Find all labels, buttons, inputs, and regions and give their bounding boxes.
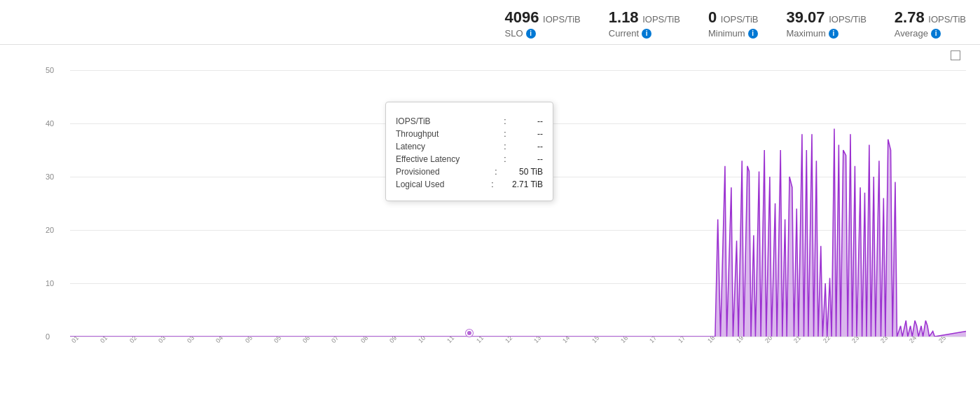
y-axis-tick-label: 30 [46,172,54,181]
x-axis-label: 10 Sep 06:00 [417,337,448,344]
stat-value-average: 2.78 IOPS/TiB [895,8,966,27]
stat-value-current: 1.18 IOPS/TiB [609,8,680,27]
info-icon-maximum[interactable]: i [829,29,838,39]
tooltip-value: -- [537,154,543,164]
x-axis-label: 05 Sep 03:00 [244,337,275,344]
y-axis-tick-label: 40 [46,119,54,128]
stat-label-average: Average i [895,28,941,39]
x-axis-label: 06 Sep 20:00 [301,337,333,344]
info-icon-current[interactable]: i [642,29,651,39]
tooltip-key: Logical Used [396,179,473,189]
tooltip-rows: IOPS/TiB: --Throughput: --Latency: --Eff… [396,116,543,189]
x-axis-label: 07 Sep 16:30 [330,337,361,344]
x-axis-label: 03 Sep 10:00 [186,337,217,344]
info-icon-minimum[interactable]: i [748,29,758,39]
x-axis-label: 04 Sep 06:30 [214,337,246,344]
x-axis-label: 12 Sep 19:30 [504,337,535,344]
tooltip-value: -- [537,116,543,126]
x-axis-label: 03 Sep 13:30 [157,337,188,344]
stat-unit-slo: IOPS/TiB [540,14,580,25]
x-axis-label: 05 Sep 23:30 [272,337,304,344]
stat-value-slo: 4096 IOPS/TiB [505,8,581,27]
x-axis-label: 21 Sep 08:25 [792,337,824,344]
tooltip: IOPS/TiB: --Throughput: --Latency: --Eff… [385,102,553,201]
x-axis-label: 23 Sep 01:25 [850,337,882,344]
header-left [14,8,154,10]
tooltip-row: Effective Latency: -- [396,154,543,164]
tooltip-key: IOPS/TiB [396,116,473,126]
stat-unit-current: IOPS/TiB [640,14,680,25]
x-axis-label: 01 Sep 00:00 [70,337,102,344]
tooltip-dot [466,330,473,337]
slo-reference-checkbox[interactable] [951,50,960,60]
tooltip-key: Throughput [396,129,473,139]
stat-value-minimum: 0 IOPS/TiB [708,8,759,27]
stat-label-maximum: Maximum i [786,28,838,39]
tooltip-key: Latency [396,142,473,151]
x-axis-label: 17 Sep 02:00 [648,337,679,344]
x-axis-label: 11 Sep 02:30 [446,337,477,344]
tooltip-value: -- [537,142,543,151]
stat-unit-maximum: IOPS/TiB [827,14,867,25]
tooltip-key: Effective Latency [396,154,473,164]
x-axis-label: 14 Sep 12:30 [561,337,593,344]
tooltip-row: IOPS/TiB: -- [396,116,543,126]
x-axis-label: 16 Sep 05:30 [619,337,651,344]
tooltip-row: Provisioned: 50 TiB [396,167,543,177]
y-axis-tick-label: 20 [46,226,54,234]
x-axis: 01 Sep 00:0001 Sep 20:3002 Sep 17:0003 S… [70,337,966,365]
tooltip-row: Latency: -- [396,142,543,151]
x-axis-label: 22 Sep 04:55 [822,337,853,344]
stat-average: 2.78 IOPS/TiBAverage i [895,8,966,39]
stat-unit-minimum: IOPS/TiB [718,14,758,25]
x-axis-label: 18 Sep 19:00 [706,337,738,344]
stat-minimum: 0 IOPS/TiBMinimum i [708,8,759,39]
stat-label-minimum: Minimum i [708,28,758,39]
tooltip-value: -- [537,129,543,139]
tooltip-key: Provisioned [396,167,473,177]
chart-controls [0,45,980,63]
stat-slo: 4096 IOPS/TiBSLO i [505,8,581,39]
tooltip-separator: : [504,129,506,139]
tooltip-separator: : [504,154,506,164]
stat-label-slo: SLO i [505,28,536,39]
x-axis-label: 19 Sep 15:30 [735,337,766,344]
x-axis-label: 20 Sep 11:55 [764,337,795,344]
x-axis-label: 24 Sep 18:25 [908,337,939,344]
x-axis-label: 15 Sep 09:00 [591,337,622,344]
tooltip-separator: : [491,179,493,189]
stat-label-current: Current i [609,28,651,39]
tooltip-row: Logical Used: 2.71 TiB [396,179,543,189]
x-axis-label: 25 Sep 14:55 [937,337,966,344]
header-stats: 4096 IOPS/TiBSLO i1.18 IOPS/TiBCurrent i… [154,8,966,39]
y-axis-tick-label: 50 [46,66,54,74]
stat-value-maximum: 39.07 IOPS/TiB [786,8,866,27]
tooltip-separator: : [504,116,506,126]
y-axis-tick-label: 0 [46,332,50,341]
y-axis-tick-label: 10 [46,279,54,287]
tooltip-row: Throughput: -- [396,129,543,139]
stat-unit-average: IOPS/TiB [926,14,966,25]
info-icon-slo[interactable]: i [526,29,536,39]
x-axis-label: 08 Sep 13:00 [359,337,391,344]
chart-inner: 01020304050 IOPS/TiB: --Throughput: --La… [42,63,966,365]
header: 4096 IOPS/TiBSLO i1.18 IOPS/TiBCurrent i… [0,0,980,45]
x-axis-label: 17 Sep 22:30 [677,337,708,344]
x-axis-label: 23 Sep 21:55 [879,337,911,344]
x-axis-label: 09 Sep 09:30 [388,337,420,344]
tooltip-separator: : [504,142,506,151]
x-axis-label: 02 Sep 17:00 [128,337,160,344]
chart-area: 01020304050 IOPS/TiB: --Throughput: --La… [0,63,980,365]
info-icon-average[interactable]: i [931,29,941,39]
tooltip-value: 50 TiB [519,167,543,177]
tooltip-value: 2.71 TiB [512,179,543,189]
x-axis-label: 01 Sep 20:30 [99,337,130,344]
x-axis-label: 13 Sep 16:00 [532,337,564,344]
stat-maximum: 39.07 IOPS/TiBMaximum i [786,8,866,39]
tooltip-separator: : [495,167,497,177]
stat-current: 1.18 IOPS/TiBCurrent i [609,8,680,39]
x-axis-label: 11 Sep 23:00 [475,337,506,344]
